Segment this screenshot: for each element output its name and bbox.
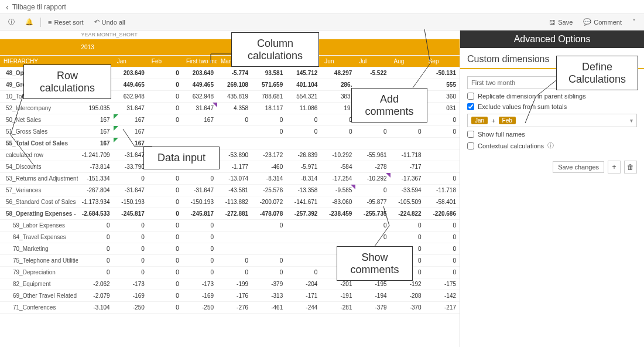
data-cell[interactable]: -17.367 xyxy=(390,173,425,185)
data-cell[interactable] xyxy=(286,243,321,255)
data-cell[interactable]: 0 xyxy=(321,126,355,138)
data-cell[interactable]: -2.079 xyxy=(78,290,114,302)
data-cell[interactable]: 0 xyxy=(148,302,183,314)
data-cell[interactable] xyxy=(321,138,355,149)
data-cell[interactable]: 0 xyxy=(425,220,460,232)
data-cell[interactable]: -1.241.709 xyxy=(78,149,114,161)
data-cell[interactable]: 19. xyxy=(321,103,355,114)
data-cell[interactable]: 0 xyxy=(390,126,425,138)
data-cell[interactable]: 0 xyxy=(148,67,183,79)
data-cell[interactable]: 0 xyxy=(148,114,183,126)
data-cell[interactable]: 0 xyxy=(217,114,252,126)
data-cell[interactable]: 449.465 xyxy=(183,79,217,91)
data-cell[interactable]: -10.292 xyxy=(355,173,390,185)
data-cell[interactable]: 0 xyxy=(148,220,183,232)
data-cell[interactable]: -191 xyxy=(321,290,355,302)
save-button[interactable]: 🖫 Save xyxy=(546,18,576,27)
chevron-down-icon[interactable]: ▾ xyxy=(630,117,633,124)
data-cell[interactable]: 0 xyxy=(114,243,148,255)
data-cell[interactable]: 0 xyxy=(390,220,425,232)
data-cell[interactable]: 93.581 xyxy=(252,67,286,79)
data-cell[interactable]: -95.877 xyxy=(355,196,390,208)
data-cell[interactable]: -220.686 xyxy=(425,208,460,220)
info-icon[interactable]: ⓘ xyxy=(547,141,554,150)
data-cell[interactable]: -43.581 xyxy=(217,185,252,196)
exclude-checkbox-row[interactable]: Exclude values from sum totals xyxy=(467,103,637,110)
back-title[interactable]: Tilbage til rapport xyxy=(12,3,66,11)
data-cell[interactable]: -141.671 xyxy=(286,196,321,208)
data-cell[interactable]: 0 xyxy=(425,114,460,126)
data-cell[interactable]: 0 xyxy=(148,255,183,267)
data-cell[interactable]: -50.131 xyxy=(425,67,460,79)
data-cell[interactable]: 0 xyxy=(390,232,425,243)
table-row[interactable]: 54_Discounts-73.814-33.790-1.177-460-5.9… xyxy=(0,161,460,173)
data-cell[interactable]: 0 xyxy=(425,255,460,267)
data-cell[interactable]: -717 xyxy=(390,161,425,173)
data-cell[interactable]: -11.718 xyxy=(390,149,425,161)
data-cell[interactable]: 18.117 xyxy=(252,103,286,114)
data-cell[interactable] xyxy=(286,220,321,232)
data-cell[interactable]: 0 xyxy=(148,173,183,185)
data-cell[interactable]: -257.392 xyxy=(286,208,321,220)
data-cell[interactable]: 0 xyxy=(148,91,183,103)
table-row[interactable]: 71_Conferences-3.104-2500-250-276-461-24… xyxy=(0,302,460,314)
data-cell[interactable]: 0 xyxy=(355,185,390,196)
data-cell[interactable]: 554.321 xyxy=(286,91,321,103)
data-cell[interactable]: 0 xyxy=(148,79,183,91)
data-cell[interactable] xyxy=(321,232,355,243)
data-cell[interactable]: 0 xyxy=(78,267,114,278)
reset-sort-button[interactable]: ≡ Reset sort xyxy=(44,18,87,27)
data-cell[interactable]: 555 xyxy=(425,79,460,91)
data-cell[interactable]: 0 xyxy=(183,173,217,185)
undo-button[interactable]: ↶ Undo all xyxy=(91,17,129,27)
data-cell[interactable]: -2.684.533 xyxy=(78,208,114,220)
data-cell[interactable]: -461 xyxy=(252,302,286,314)
column-header[interactable]: Jan xyxy=(114,56,148,67)
data-cell[interactable]: 4.358 xyxy=(217,103,252,114)
table-row[interactable]: 56_Standard Cost of Sales-1.173.934-150.… xyxy=(0,196,460,208)
data-cell[interactable]: -272.881 xyxy=(217,208,252,220)
data-cell[interactable]: 0 xyxy=(78,232,114,243)
data-cell[interactable]: 0 xyxy=(78,243,114,255)
data-cell[interactable]: -83.060 xyxy=(321,196,355,208)
data-cell[interactable]: -33.790 xyxy=(114,161,148,173)
data-cell[interactable]: 0 xyxy=(425,243,460,255)
data-cell[interactable]: -2.062 xyxy=(78,278,114,290)
data-cell[interactable]: 31.647 xyxy=(183,103,217,114)
data-cell[interactable]: -8.314 xyxy=(286,173,321,185)
data-cell[interactable]: 195.035 xyxy=(78,103,114,114)
data-cell[interactable]: -31.647 xyxy=(114,185,148,196)
exclude-checkbox[interactable] xyxy=(467,103,474,110)
data-cell[interactable]: -208 xyxy=(390,290,425,302)
data-cell[interactable]: -169 xyxy=(114,290,148,302)
data-cell[interactable]: -25.576 xyxy=(252,185,286,196)
data-cell[interactable] xyxy=(217,243,252,255)
data-cell[interactable]: -150.193 xyxy=(183,196,217,208)
data-cell[interactable]: 632.948 xyxy=(114,91,148,103)
data-cell[interactable]: 0 xyxy=(355,232,390,243)
data-cell[interactable]: 145.712 xyxy=(286,67,321,79)
replicate-checkbox-row[interactable]: Replicate dimension in parent siblings xyxy=(467,93,637,100)
data-cell[interactable] xyxy=(252,138,286,149)
data-cell[interactable]: 0 xyxy=(355,220,390,232)
data-cell[interactable]: -194 xyxy=(355,290,390,302)
data-cell[interactable]: -1.173.934 xyxy=(78,196,114,208)
formula-tag-jan[interactable]: Jan xyxy=(471,117,488,124)
data-cell[interactable] xyxy=(148,126,183,138)
data-cell[interactable]: 0 xyxy=(148,208,183,220)
data-cell[interactable]: 286. xyxy=(321,79,355,91)
data-cell[interactable] xyxy=(217,220,252,232)
data-cell[interactable]: 0 xyxy=(114,255,148,267)
data-cell[interactable]: 0 xyxy=(114,232,148,243)
data-cell[interactable] xyxy=(355,138,390,149)
back-icon[interactable]: ‹ xyxy=(6,2,9,12)
data-cell[interactable]: -199 xyxy=(217,278,252,290)
data-cell[interactable] xyxy=(183,126,217,138)
fullnames-checkbox[interactable] xyxy=(467,131,474,138)
data-cell[interactable] xyxy=(217,232,252,243)
comment-button[interactable]: 💬 Comment xyxy=(580,17,625,27)
data-cell[interactable]: -278 xyxy=(355,161,390,173)
data-cell[interactable]: -150.193 xyxy=(114,196,148,208)
data-cell[interactable]: -250 xyxy=(183,302,217,314)
data-cell[interactable]: -169 xyxy=(183,290,217,302)
